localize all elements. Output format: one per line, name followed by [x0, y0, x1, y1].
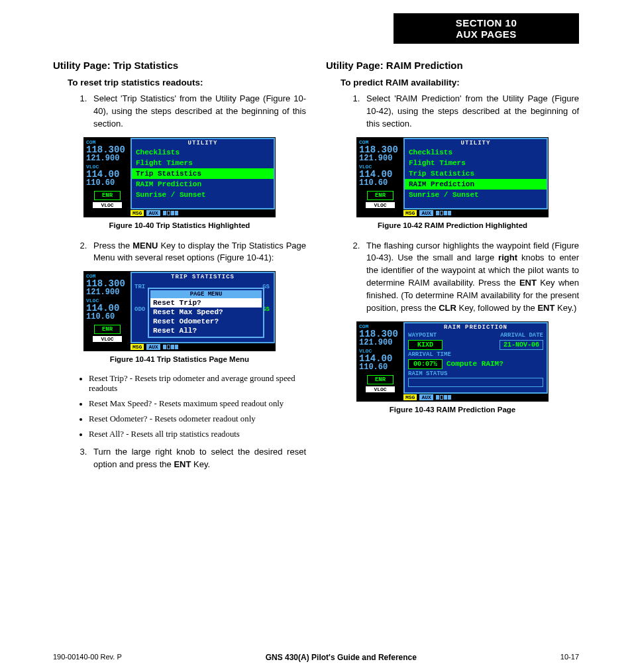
vloc-bottom: VLOC: [93, 202, 122, 208]
gps-bottom-bar: MSG AUX: [84, 209, 275, 217]
menu-item: Checklists: [405, 147, 547, 158]
arrdate-value: 21-NOV-06: [500, 340, 543, 350]
page-indicator: [163, 211, 178, 215]
caption-10-41: Figure 10-41 Trip Statistics Page Menu: [53, 355, 306, 363]
header-line2: AUX PAGES: [456, 28, 517, 40]
gps-left-panel: COM 118.300 121.900 VLOC 114.00 110.60 E…: [84, 272, 131, 343]
header-line1: SECTION 10: [456, 17, 517, 28]
reset-options-list: Reset Trip? - Resets trip odometer and a…: [89, 374, 306, 439]
menu-item: Trip Statistics: [132, 168, 274, 179]
menu-item: Checklists: [132, 147, 274, 158]
raim-form: RAIM PREDICTION WAYPOINT ARRIVAL DATE KI…: [403, 322, 548, 394]
left-steps-2: Press the MENU Key to display the Trip S…: [53, 240, 306, 265]
com-freq-2: 121.900: [86, 154, 129, 162]
right-column: Utility Page: RAIM Prediction To predict…: [326, 56, 579, 632]
popup-item: Reset All?: [150, 326, 262, 335]
gps-right-panel: UTILITY ChecklistsFlight TimersTrip Stat…: [131, 138, 275, 209]
bullet-reset-all: Reset All? - Resets all trip statistics …: [89, 429, 306, 439]
gps-title: UTILITY: [132, 139, 274, 147]
vloc-freq-1: 114.00: [86, 170, 129, 179]
figure-10-40: COM 118.300 121.900 VLOC 114.00 110.60 E…: [83, 137, 276, 217]
right-step-2: The flashing cursor highlights the waypo…: [362, 240, 579, 315]
aux-badge: AUX: [146, 210, 160, 216]
menu-item: Flight Timers: [132, 158, 274, 168]
popup-item: Reset Trip?: [150, 298, 262, 308]
left-steps-3: Turn the large right knob to select the …: [53, 446, 306, 471]
gps-right-panel: TRIP STATISTICS TRI GS ODO GS PAGE MENU …: [131, 272, 275, 343]
page-columns: Utility Page: Trip Statistics To reset t…: [53, 56, 579, 632]
bullet-reset-odometer: Reset Odometer? - Resets odometer readou…: [89, 414, 306, 424]
footer-left: 190-00140-00 Rev. P: [53, 653, 122, 662]
page-menu-popup: PAGE MENU Reset Trip?Reset Max Speed?Res…: [148, 288, 264, 338]
enr-badge: ENR: [94, 191, 121, 200]
vloc-freq-2: 110.60: [86, 179, 129, 187]
right-steps: Select 'RAIM Prediction' from the Utilit…: [326, 93, 579, 131]
com-freq-1: 118.300: [86, 145, 129, 154]
left-step-2: Press the MENU Key to display the Trip S…: [89, 240, 306, 265]
popup-item: Reset Odometer?: [150, 317, 262, 326]
waypoint-value: KIXD: [408, 340, 443, 350]
page-footer: 190-00140-00 Rev. P GNS 430(A) Pilot's G…: [53, 653, 579, 662]
footer-center: GNS 430(A) Pilot's Guide and Reference: [266, 653, 417, 662]
menu-item: Sunrise / Sunset: [405, 190, 547, 200]
gps-left-panel: COM 118.300 121.900 VLOC 114.00 110.60 E…: [84, 138, 131, 209]
utility-menu: ChecklistsFlight TimersTrip StatisticsRA…: [405, 147, 547, 200]
caption-10-42: Figure 10-42 RAIM Prediction Highlighted: [326, 221, 579, 229]
compute-raim: Compute RAIM?: [447, 360, 503, 368]
arrtime-value: 00:07½: [408, 359, 443, 369]
left-step-3: Turn the large right knob to select the …: [89, 446, 306, 471]
menu-item: Trip Statistics: [405, 168, 547, 179]
right-heading: Utility Page: RAIM Prediction: [326, 60, 579, 71]
footer-right: 10-17: [560, 653, 579, 662]
left-column: Utility Page: Trip Statistics To reset t…: [53, 56, 306, 632]
bullet-reset-trip: Reset Trip? - Resets trip odometer and a…: [89, 374, 306, 394]
left-step-1: Select 'Trip Statistics' from the Utilit…: [89, 93, 306, 131]
figure-10-43: COM 118.300 121.900 VLOC 114.00 110.60 E…: [356, 321, 549, 402]
right-subheading: To predict RAIM availability:: [341, 78, 579, 87]
figure-10-42: COM 118.300 121.900 VLOC 114.00 110.60 E…: [356, 137, 549, 217]
menu-item: RAIM Prediction: [405, 179, 547, 190]
menu-item: RAIM Prediction: [132, 179, 274, 190]
left-steps: Select 'Trip Statistics' from the Utilit…: [53, 93, 306, 131]
status-box: [408, 378, 543, 387]
caption-10-40: Figure 10-40 Trip Statistics Highlighted: [53, 221, 306, 229]
status-label: RAIM STATUS: [408, 370, 447, 377]
utility-menu: ChecklistsFlight TimersTrip StatisticsRA…: [132, 147, 274, 200]
menu-item: Sunrise / Sunset: [132, 190, 274, 200]
section-header: SECTION 10 AUX PAGES: [394, 13, 579, 44]
right-steps-2: The flashing cursor highlights the waypo…: [326, 240, 579, 315]
popup-item: Reset Max Speed?: [150, 308, 262, 317]
caption-10-43: Figure 10-43 RAIM Prediction Page: [326, 406, 579, 414]
figure-10-41: COM 118.300 121.900 VLOC 114.00 110.60 E…: [83, 271, 276, 351]
right-step-1: Select 'RAIM Prediction' from the Utilit…: [362, 93, 579, 131]
waypoint-label: WAYPOINT: [408, 332, 437, 339]
left-subheading: To reset trip statistics readouts:: [68, 78, 306, 87]
left-heading: Utility Page: Trip Statistics: [53, 60, 306, 71]
menu-item: Flight Timers: [405, 158, 547, 168]
arrdate-label: ARRIVAL DATE: [500, 332, 543, 339]
arrtime-label: ARRIVAL TIME: [408, 351, 451, 358]
bullet-reset-max-speed: Reset Max Speed? - Resets maximum speed …: [89, 399, 306, 409]
msg-badge: MSG: [131, 210, 144, 216]
